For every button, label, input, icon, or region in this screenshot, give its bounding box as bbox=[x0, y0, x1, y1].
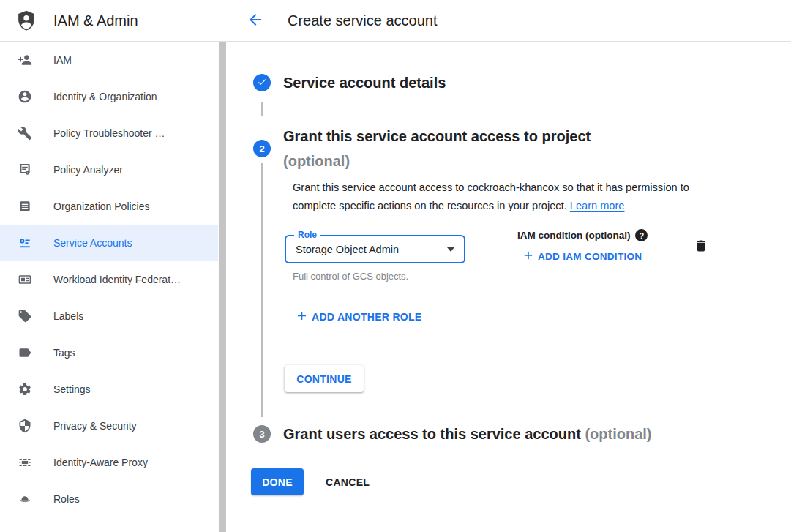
sidebar-item-label: Labels bbox=[53, 310, 83, 322]
sidebar-item-settings[interactable]: Settings bbox=[0, 371, 218, 408]
sidebar-item-label: Roles bbox=[53, 493, 80, 505]
header-left: IAM & Admin bbox=[0, 0, 228, 41]
back-button[interactable] bbox=[247, 12, 264, 29]
sidebar-item-tags[interactable]: Tags bbox=[0, 334, 218, 371]
sidebar-item-label: Policy Analyzer bbox=[53, 164, 123, 176]
delete-role-button[interactable] bbox=[693, 238, 709, 255]
trash-icon bbox=[694, 239, 708, 255]
account-circle-icon bbox=[18, 89, 32, 104]
iam-condition-header: IAM condition (optional) ? bbox=[517, 229, 648, 241]
add-iam-condition-button[interactable]: ADD IAM CONDITION bbox=[522, 249, 642, 264]
plus-icon bbox=[295, 309, 309, 325]
sidebar-item-label: Settings bbox=[53, 383, 91, 395]
role-helper-text: Full control of GCS objects. bbox=[293, 271, 408, 282]
policy-analyzer-icon bbox=[18, 162, 32, 177]
hat-icon bbox=[18, 492, 32, 506]
learn-more-link[interactable]: Learn more bbox=[570, 200, 625, 211]
step3-optional-text: (optional) bbox=[585, 426, 651, 442]
sidebar-item-workload-identity-federation[interactable]: Workload Identity Federat… bbox=[0, 261, 218, 298]
person-add-icon bbox=[18, 53, 32, 67]
app-title: IAM & Admin bbox=[53, 12, 138, 29]
iam-admin-shield-icon bbox=[15, 9, 37, 32]
sidebar-item-identity-organization[interactable]: Identity & Organization bbox=[0, 78, 218, 115]
dropdown-caret-icon bbox=[447, 247, 454, 252]
check-icon bbox=[257, 77, 267, 89]
sidebar: IAM Identity & Organization Policy Troub… bbox=[0, 42, 228, 532]
step2-title: Grant this service account access to pro… bbox=[283, 124, 591, 173]
done-button[interactable]: DONE bbox=[251, 468, 304, 495]
role-select[interactable]: Role Storage Object Admin bbox=[285, 235, 465, 263]
sidebar-item-label: Identity-Aware Proxy bbox=[53, 457, 148, 468]
sidebar-item-labels[interactable]: Labels bbox=[0, 298, 218, 334]
sidebar-item-label: IAM bbox=[53, 54, 72, 66]
proxy-wall-icon bbox=[18, 455, 32, 470]
shield-half-icon bbox=[18, 419, 32, 433]
continue-button[interactable]: CONTINUE bbox=[285, 365, 364, 392]
step3-title-text: Grant users access to this service accou… bbox=[283, 426, 581, 442]
add-iam-condition-label: ADD IAM CONDITION bbox=[538, 251, 642, 262]
step2-title-text: Grant this service account access to pro… bbox=[283, 128, 591, 144]
sidebar-item-policy-troubleshooter[interactable]: Policy Troubleshooter … bbox=[0, 115, 218, 151]
sidebar-item-label: Privacy & Security bbox=[53, 420, 137, 432]
role-field-label: Role bbox=[294, 230, 320, 241]
add-another-role-button[interactable]: ADD ANOTHER ROLE bbox=[295, 309, 422, 325]
step2-number-circle: 2 bbox=[253, 140, 271, 157]
sidebar-item-label: Service Accounts bbox=[53, 237, 132, 249]
step1-completed-circle bbox=[253, 74, 271, 91]
sidebar-item-label: Identity & Organization bbox=[53, 91, 157, 102]
iam-condition-label: IAM condition (optional) bbox=[517, 230, 630, 241]
app-header: IAM & Admin Create service account bbox=[0, 0, 791, 42]
sidebar-item-policy-analyzer[interactable]: Policy Analyzer bbox=[0, 151, 218, 188]
step3-title: Grant users access to this service accou… bbox=[283, 424, 652, 443]
plus-icon bbox=[522, 249, 535, 264]
sidebar-divider bbox=[228, 0, 228, 532]
sidebar-item-label: Tags bbox=[53, 347, 75, 359]
arrow-back-icon bbox=[247, 11, 264, 31]
step2-description: Grant this service account access to coc… bbox=[293, 179, 720, 215]
main-content: Service account details 2 Grant this ser… bbox=[228, 42, 791, 532]
scrollbar-thumb[interactable] bbox=[219, 42, 226, 532]
step2-description-text: Grant this service account access to coc… bbox=[293, 181, 689, 211]
iam-admin-console: IAM & Admin Create service account IAM I… bbox=[0, 0, 791, 532]
sidebar-item-service-accounts[interactable]: Service Accounts bbox=[0, 225, 218, 261]
add-another-role-label: ADD ANOTHER ROLE bbox=[312, 311, 422, 323]
role-field-value: Storage Object Admin bbox=[296, 244, 399, 255]
header-right: Create service account bbox=[228, 0, 791, 41]
sidebar-item-label: Organization Policies bbox=[53, 201, 150, 212]
sidebar-item-privacy-security[interactable]: Privacy & Security bbox=[0, 408, 218, 444]
badge-card-icon bbox=[18, 272, 32, 287]
label-arrow-icon bbox=[18, 345, 32, 360]
sidebar-scrollbar[interactable] bbox=[218, 42, 227, 532]
wrench-icon bbox=[18, 126, 32, 141]
step2-optional-text: (optional) bbox=[283, 149, 591, 173]
step3-number: 3 bbox=[259, 429, 264, 440]
stepper-connector bbox=[261, 102, 263, 116]
stepper-connector bbox=[261, 163, 263, 417]
sidebar-item-organization-policies[interactable]: Organization Policies bbox=[0, 188, 218, 225]
page-title: Create service account bbox=[288, 12, 438, 29]
sidebar-item-roles[interactable]: Roles bbox=[0, 481, 218, 517]
tag-icon bbox=[18, 309, 32, 323]
step1-title: Service account details bbox=[283, 73, 446, 92]
sidebar-item-label: Policy Troubleshooter … bbox=[53, 127, 165, 139]
gear-icon bbox=[18, 382, 32, 397]
document-list-icon bbox=[18, 199, 32, 214]
sidebar-item-iam[interactable]: IAM bbox=[0, 42, 218, 78]
service-account-icon bbox=[18, 236, 32, 250]
step2-number: 2 bbox=[259, 143, 264, 154]
sidebar-item-identity-aware-proxy[interactable]: Identity-Aware Proxy bbox=[0, 444, 218, 481]
cancel-button[interactable]: CANCEL bbox=[314, 468, 381, 495]
step3-number-circle: 3 bbox=[253, 425, 271, 443]
sidebar-item-label: Workload Identity Federat… bbox=[53, 274, 181, 285]
help-icon[interactable]: ? bbox=[635, 229, 648, 241]
